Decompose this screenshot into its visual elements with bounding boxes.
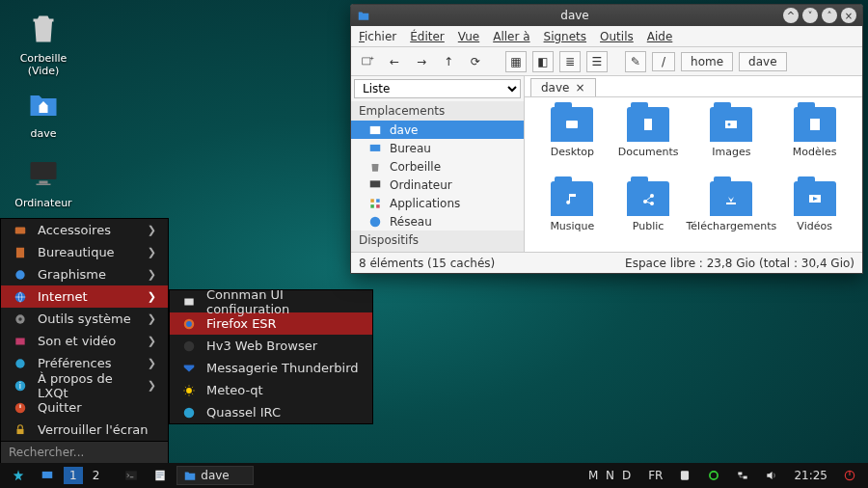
power-button[interactable] xyxy=(837,467,862,484)
quicklaunch-editor[interactable] xyxy=(148,467,173,484)
desktop-icon-trash[interactable]: Corbeille (Vide) xyxy=(10,10,77,77)
folder-icon xyxy=(710,107,752,142)
folder-icon xyxy=(794,181,836,216)
sidebar-place-réseau[interactable]: Réseau xyxy=(351,212,524,230)
folder-desktop[interactable]: Desktop xyxy=(534,107,610,168)
folder-vidéos[interactable]: Vidéos xyxy=(776,181,853,242)
sidebar-place-corbeille[interactable]: Corbeille xyxy=(351,157,524,176)
path-seg-root[interactable]: / xyxy=(652,52,675,71)
trash-icon xyxy=(24,10,63,48)
tab-close-icon[interactable]: × xyxy=(575,81,584,95)
menu-item-quitter[interactable]: Quitter xyxy=(1,396,168,419)
folder-icon xyxy=(710,181,752,216)
folder-musique[interactable]: Musique xyxy=(534,181,610,242)
menu-item-son-et-vid-o[interactable]: Son et vidéo❯ xyxy=(1,330,168,352)
quicklaunch-terminal[interactable] xyxy=(119,467,144,484)
menu-search-input[interactable]: Rechercher... xyxy=(1,441,168,463)
submenu-item-meteo-qt[interactable]: Meteo-qt xyxy=(170,379,372,401)
menubar-signets[interactable]: Signets xyxy=(544,30,587,43)
view-list-button[interactable]: ≣ xyxy=(559,51,581,72)
menubar-outils[interactable]: Outils xyxy=(600,30,634,43)
path-seg-home[interactable]: home xyxy=(681,52,733,71)
app-menu-button[interactable] xyxy=(6,467,31,484)
desktop-icon-label: dave xyxy=(30,127,56,140)
category-icon xyxy=(13,312,28,327)
folder-label: Musique xyxy=(534,220,610,232)
workspace-1[interactable]: 1 xyxy=(64,467,83,484)
svg-rect-26 xyxy=(376,199,380,203)
svg-point-18 xyxy=(184,340,195,351)
desktop-icon-computer[interactable]: Ordinateur xyxy=(10,154,77,209)
submenu-item-firefox-esr[interactable]: Firefox ESR xyxy=(170,312,372,335)
submenu-item-messagerie-thunderbird[interactable]: Messagerie Thunderbird xyxy=(170,357,372,379)
menubar-aller-[interactable]: Aller à xyxy=(493,30,529,43)
sidebar-mode-select[interactable]: Liste xyxy=(354,79,521,98)
folder-label: Public xyxy=(610,220,687,232)
menu-item-accessoires[interactable]: Accessoires❯ xyxy=(1,219,168,241)
workspace-2[interactable]: 2 xyxy=(87,467,106,484)
clock[interactable]: 21:25 xyxy=(788,467,833,484)
window-titlebar[interactable]: dave ^ ˅ ˄ × xyxy=(351,5,862,26)
menu-item-graphisme[interactable]: Graphisme❯ xyxy=(1,263,168,285)
folder-modèles[interactable]: Modèles xyxy=(776,107,853,168)
forward-button[interactable]: → xyxy=(411,51,432,72)
show-desktop-button[interactable] xyxy=(35,467,60,484)
task-file-manager[interactable]: dave xyxy=(176,466,254,485)
chevron-right-icon: ❯ xyxy=(148,290,156,303)
submenu-item-connman-ui-configuration[interactable]: Connman UI configuration xyxy=(170,290,372,312)
menu-item-outils-syst-me[interactable]: Outils système❯ xyxy=(1,308,168,330)
shade-button[interactable]: ^ xyxy=(783,8,799,23)
svg-rect-32 xyxy=(725,121,737,128)
new-tab-button[interactable] xyxy=(357,51,378,72)
view-thumb-button[interactable]: ◧ xyxy=(532,51,554,72)
submenu-item-hv-web-browser[interactable]: Hv3 Web Browser xyxy=(170,335,372,357)
path-seg-dave[interactable]: dave xyxy=(739,52,786,71)
close-button[interactable]: × xyxy=(841,8,856,23)
svg-rect-1 xyxy=(40,181,48,184)
app-icon xyxy=(181,339,197,354)
menubar--diter[interactable]: Éditer xyxy=(410,30,445,43)
sidebar-place-bureau[interactable]: Bureau xyxy=(351,139,524,157)
folder-téléchargements[interactable]: Téléchargements xyxy=(686,181,776,242)
keyboard-indicator[interactable]: M N D xyxy=(583,467,638,484)
up-button[interactable]: ↑ xyxy=(438,51,459,72)
menu-item-verrouiller-l-cran[interactable]: Verrouiller l'écran xyxy=(1,419,168,441)
sidebar-place-applications[interactable]: Applications xyxy=(351,194,524,212)
reload-button[interactable]: ⟳ xyxy=(465,51,486,72)
menubar-aide[interactable]: Aide xyxy=(647,30,673,43)
submenu-item-label: Quassel IRC xyxy=(206,405,361,420)
menu-item-internet[interactable]: Internet❯ xyxy=(1,285,168,308)
folder-documents[interactable]: Documents xyxy=(610,107,687,168)
tab-dave[interactable]: dave × xyxy=(530,78,596,96)
chevron-right-icon: ❯ xyxy=(148,268,156,281)
folder-public[interactable]: Public xyxy=(610,181,687,242)
submenu-item-quassel-irc[interactable]: Quassel IRC xyxy=(170,401,372,423)
sidebar-place-dave[interactable]: dave xyxy=(351,121,524,139)
view-icons-button[interactable]: ▦ xyxy=(505,51,527,72)
menu-item-bureautique[interactable]: Bureautique❯ xyxy=(1,241,168,263)
tray-volume-icon[interactable] xyxy=(759,467,784,484)
keyboard-layout[interactable]: FR xyxy=(642,467,668,484)
tray-spinner-icon[interactable] xyxy=(701,467,726,484)
svg-rect-3 xyxy=(15,227,26,233)
path-edit-button[interactable]: ✎ xyxy=(625,51,646,72)
category-icon xyxy=(13,245,28,260)
sidebar-header-places: Emplacements xyxy=(351,101,524,121)
folder-images[interactable]: Images xyxy=(686,107,776,168)
menubar-vue[interactable]: Vue xyxy=(458,30,479,43)
sidebar-place-ordinateur[interactable]: Ordinateur xyxy=(351,176,524,194)
minimize-button[interactable]: ˅ xyxy=(802,8,818,23)
tray-network-icon[interactable] xyxy=(730,467,755,484)
menu-item--propos-de-lxqt[interactable]: iÀ propos de LXQt❯ xyxy=(1,374,168,396)
menubar-fichier[interactable]: Fichier xyxy=(359,30,396,43)
view-detail-button[interactable]: ☰ xyxy=(586,51,608,72)
menu-item-label: Accessoires xyxy=(38,223,138,237)
svg-rect-15 xyxy=(184,298,193,305)
folder-icon xyxy=(357,9,370,22)
tray-removable-icon[interactable] xyxy=(672,467,697,484)
menu-item-label: Verrouiller l'écran xyxy=(38,422,156,437)
back-button[interactable]: ← xyxy=(384,51,405,72)
maximize-button[interactable]: ˄ xyxy=(822,8,837,23)
desktop-icon-home[interactable]: dave xyxy=(10,85,77,140)
taskbar: 1 2 dave M N D FR 21:25 xyxy=(0,463,868,488)
